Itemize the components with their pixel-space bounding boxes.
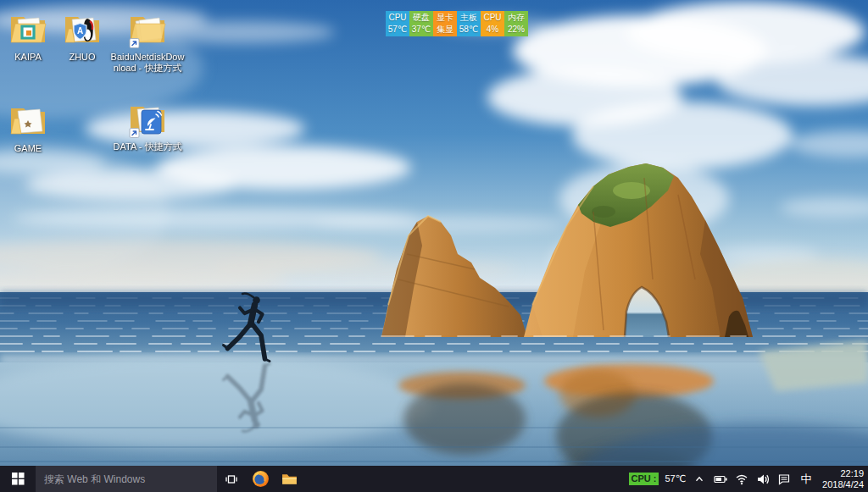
tray-cpu-temp: 57℃ — [665, 473, 686, 484]
folder-open-icon — [8, 102, 48, 142]
network-indicator[interactable] — [734, 472, 749, 487]
desktop-icon-game[interactable]: GAME — [3, 102, 53, 154]
hw-label: 主板 — [460, 12, 477, 24]
hw-label: 显卡 — [437, 12, 453, 24]
windows-logo-icon — [12, 473, 25, 485]
clock-date: 2018/4/24 — [822, 479, 864, 490]
folder-app-icon — [8, 10, 48, 51]
taskbar-clock[interactable]: 22:19 2018/4/24 — [821, 468, 864, 490]
icon-label: KAIPA — [14, 52, 42, 63]
ime-indicator[interactable]: 中 — [798, 472, 815, 487]
hw-cell-disk-temp: 硬盘 37℃ — [409, 11, 433, 36]
tray-cpu-badge[interactable]: CPU : — [629, 473, 659, 485]
hw-value: 58℃ — [459, 24, 478, 36]
icon-label: DATA - 快捷方式 — [114, 141, 182, 152]
taskbar-firefox-button[interactable] — [246, 466, 275, 492]
hw-value: 57℃ — [388, 24, 407, 36]
taskbar-file-explorer-button[interactable] — [275, 466, 303, 492]
file-explorer-icon — [281, 472, 298, 486]
firefox-icon — [252, 470, 270, 488]
notification-bubble-icon — [777, 473, 791, 486]
hardware-monitor-widget[interactable]: CPU 57℃ 硬盘 37℃ 显卡 集显 主板 58℃ CPU 4% 内存 22… — [386, 11, 528, 36]
action-center-button[interactable] — [776, 472, 792, 487]
icon-label: BaiduNetdiskDownload - 快捷方式 — [108, 52, 186, 74]
folder-penguin-shield-icon: A — [62, 10, 103, 51]
search-input[interactable] — [36, 473, 217, 485]
hw-cell-gpu: 显卡 集显 — [433, 11, 457, 36]
folder-shortcut-icon — [127, 10, 168, 51]
volume-indicator[interactable] — [755, 472, 771, 487]
hw-value: 集显 — [437, 24, 453, 36]
desktop-icon-baidunetdisk-download[interactable]: BaiduNetdiskDownload - 快捷方式 — [108, 10, 186, 74]
desktop-screen: KAIPA A ZHUO BaiduNetdiskDownload - 快捷方式 — [0, 0, 868, 492]
icon-label: GAME — [14, 143, 42, 154]
speaker-icon — [756, 473, 770, 486]
task-view-button[interactable] — [217, 466, 246, 492]
desktop-icon-data[interactable]: DATA - 快捷方式 — [108, 100, 186, 152]
taskbar: CPU : 57℃ — [0, 466, 868, 492]
hw-label: 内存 — [508, 12, 525, 24]
hw-label: CPU — [483, 12, 501, 24]
hw-cell-mainboard-temp: 主板 58℃ — [457, 11, 481, 36]
start-button[interactable] — [0, 466, 36, 492]
folder-satellite-shortcut-icon — [127, 100, 168, 141]
hidden-icons-chevron[interactable] — [692, 472, 707, 487]
hw-label: 硬盘 — [413, 12, 430, 24]
chevron-up-icon — [693, 473, 705, 485]
wallpaper-beach-rocks — [0, 0, 868, 492]
taskbar-search-box[interactable] — [36, 466, 217, 492]
battery-indicator[interactable] — [713, 472, 728, 487]
wifi-icon — [735, 473, 748, 486]
task-view-icon — [225, 473, 238, 486]
hw-value: 37℃ — [412, 24, 431, 36]
battery-icon — [714, 473, 728, 486]
hw-cell-memory-usage: 内存 22% — [504, 11, 528, 36]
desktop-icon-zhuo[interactable]: A ZHUO — [58, 10, 107, 63]
hw-cell-cpu-usage: CPU 4% — [481, 11, 504, 36]
clock-time: 22:19 — [822, 468, 864, 479]
system-tray: CPU : 57℃ — [629, 466, 868, 492]
hw-value: 4% — [487, 24, 498, 36]
icon-label: ZHUO — [69, 52, 95, 63]
hw-cell-cpu-temp: CPU 57℃ — [386, 11, 409, 36]
hw-value: 22% — [508, 24, 525, 36]
hw-label: CPU — [388, 12, 406, 24]
desktop-icon-kaipa[interactable]: KAIPA — [3, 10, 53, 63]
